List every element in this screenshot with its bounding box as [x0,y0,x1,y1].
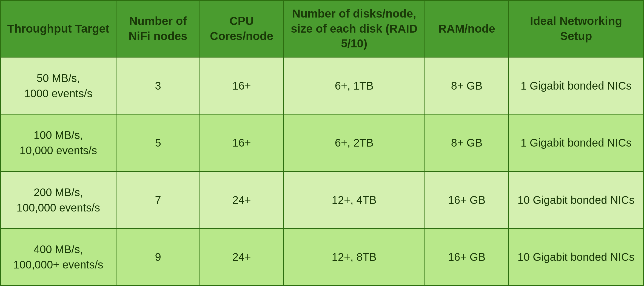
cell-nifi-nodes: 5 [116,114,200,171]
cell-ram: 8+ GB [425,114,509,171]
cell-throughput: 400 MB/s,100,000+ events/s [1,228,116,286]
table-row: 200 MB/s,100,000 events/s724+12+, 4TB16+… [1,171,644,228]
cell-nifi-nodes: 3 [116,57,200,114]
cell-cpu-cores: 24+ [200,171,283,228]
cell-disks: 6+, 1TB [283,57,425,114]
header-row: Throughput Target Number of NiFi nodes C… [1,1,644,57]
header-cpu-cores: CPU Cores/node [200,1,283,57]
cell-ram: 16+ GB [425,228,509,286]
cell-cpu-cores: 24+ [200,228,283,286]
cell-throughput: 200 MB/s,100,000 events/s [1,171,116,228]
table-row: 100 MB/s,10,000 events/s516+6+, 2TB8+ GB… [1,114,644,171]
cell-networking: 10 Gigabit bonded NICs [509,171,644,228]
cell-cpu-cores: 16+ [200,114,283,171]
cell-networking: 1 Gigabit bonded NICs [509,114,644,171]
cell-disks: 12+, 4TB [283,171,425,228]
cell-disks: 6+, 2TB [283,114,425,171]
cell-networking: 1 Gigabit bonded NICs [509,57,644,114]
cell-nifi-nodes: 9 [116,228,200,286]
header-networking: Ideal Networking Setup [509,1,644,57]
table-row: 50 MB/s,1000 events/s316+6+, 1TB8+ GB1 G… [1,57,644,114]
header-nifi-nodes: Number of NiFi nodes [116,1,200,57]
cell-throughput: 100 MB/s,10,000 events/s [1,114,116,171]
cell-nifi-nodes: 7 [116,171,200,228]
cell-ram: 8+ GB [425,57,509,114]
table-container: Throughput Target Number of NiFi nodes C… [0,0,644,286]
table-body: 50 MB/s,1000 events/s316+6+, 1TB8+ GB1 G… [1,57,644,285]
table-row: 400 MB/s,100,000+ events/s924+12+, 8TB16… [1,228,644,286]
header-throughput: Throughput Target [1,1,116,57]
cell-cpu-cores: 16+ [200,57,283,114]
cell-ram: 16+ GB [425,171,509,228]
cell-disks: 12+, 8TB [283,228,425,286]
header-disks: Number of disks/node, size of each disk … [283,1,425,57]
cell-throughput: 50 MB/s,1000 events/s [1,57,116,114]
header-ram: RAM/node [425,1,509,57]
hardware-specs-table: Throughput Target Number of NiFi nodes C… [0,0,644,286]
cell-networking: 10 Gigabit bonded NICs [509,228,644,286]
